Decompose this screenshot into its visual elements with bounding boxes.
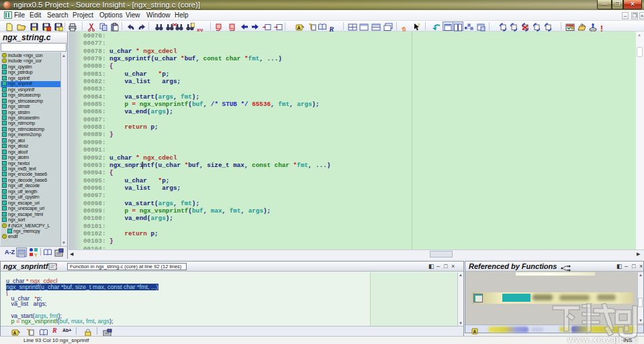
svg-text:A: A xyxy=(473,329,477,334)
svg-text:A: A xyxy=(13,331,17,335)
svg-text:Y: Y xyxy=(34,253,38,257)
svg-text:A: A xyxy=(297,25,301,30)
svg-text:?: ? xyxy=(418,23,420,27)
